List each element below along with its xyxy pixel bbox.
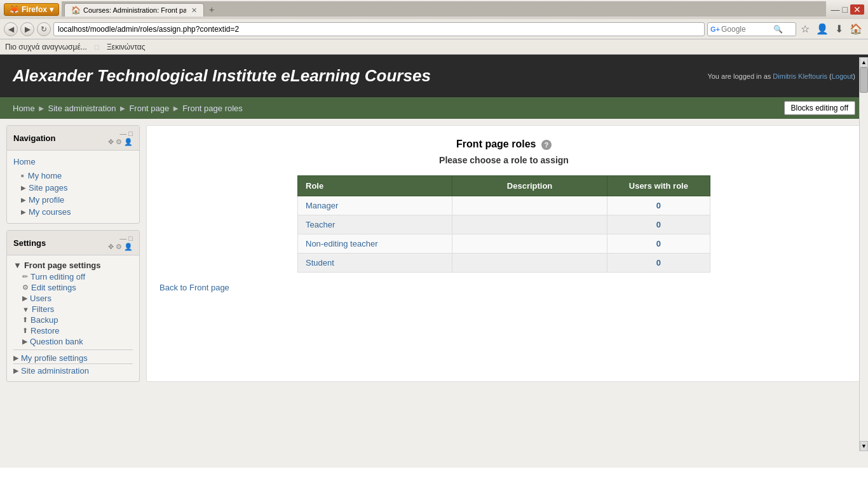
back-to-front-page-link[interactable]: Back to Front page [159,283,229,292]
bookmark-frequent[interactable]: Πιο συχνά αναγνωσμέ... [5,43,87,51]
navigation-block: Navigation — □ ✥ ⚙ 👤 [6,125,140,224]
users-count: 0 [607,234,710,254]
new-tab-button[interactable]: + [204,3,219,17]
reload-button[interactable]: ↻ [37,22,51,36]
settings-users-icon[interactable]: 👤 [124,243,133,251]
nav-myprofile[interactable]: ▶ My profile [13,194,133,206]
tab-close-button[interactable]: ✕ [191,6,197,15]
back-link: Back to Front page [159,283,848,292]
settings-question-bank[interactable]: ▶ Question bank [13,336,133,347]
backup-link[interactable]: Backup [31,315,58,325]
table-header-row: Role Description Users with role [298,176,710,196]
scrollbar-track[interactable] [860,67,868,441]
tab-bar: 🏠 Courses: Administration: Front page: F… [62,1,826,17]
nav-sitepages-link[interactable]: Site pages [29,183,67,193]
role-description [452,215,607,234]
role-description [452,254,607,273]
settings-site-admin[interactable]: ▶ Site administration [13,363,133,376]
role-description [452,234,607,254]
question-bank-arrow-icon: ▶ [22,337,27,346]
role-link[interactable]: Teacher [306,220,335,229]
navigation-gear-icon[interactable]: ⚙ [116,138,122,146]
settings-collapse-icon[interactable]: — [119,234,126,242]
blocks-editing-button[interactable]: Blocks editing off [784,101,856,115]
navigation-collapse-icon[interactable]: — [119,130,126,137]
breadcrumb-home[interactable]: Home [13,104,35,113]
nav-myprofile-link[interactable]: My profile [29,195,64,205]
navigation-move-icon[interactable]: ✥ [108,138,114,146]
firefox-menu-button[interactable]: 🦊 Firefox ▾ [4,3,59,16]
role-description [452,196,607,215]
users-link[interactable]: Users [30,294,51,303]
maximize-button[interactable]: □ [843,4,848,15]
nav-sitepages[interactable]: ▶ Site pages [13,182,133,194]
role-link[interactable]: Student [306,258,334,268]
site-admin-arrow-icon: ▶ [13,367,18,375]
settings-gear-icon[interactable]: ⚙ [116,243,122,251]
address-input[interactable] [53,22,705,36]
myprofile-settings-link[interactable]: My profile settings [21,353,88,363]
browser-titlebar: 🦊 Firefox ▾ 🏠 Courses: Administration: F… [0,0,868,19]
nav-mycourses-link[interactable]: My courses [29,207,71,217]
question-bank-link[interactable]: Question bank [30,337,83,346]
settings-turn-editing-off[interactable]: ✏ Turn editing off [13,271,133,282]
navigation-users-icon[interactable]: 👤 [124,138,133,146]
settings-block-header: Settings — □ ✥ ⚙ 👤 [7,231,139,255]
minimize-button[interactable]: — [831,4,840,15]
breadcrumb-site-admin[interactable]: Site administration [48,104,116,113]
page-subheading: Please choose a role to assign [159,155,848,165]
nav-home-link[interactable]: Home [13,157,36,166]
moodle-page: Alexander Technological Institute eLearn… [0,55,868,468]
nav-myhome-link[interactable]: My home [28,171,62,180]
bookmark-start[interactable]: Ξεκινώντας [107,43,145,51]
active-tab[interactable]: 🏠 Courses: Administration: Front page: F… [64,3,204,17]
navigation-expand-icon[interactable]: □ [128,130,133,137]
settings-backup[interactable]: ⬆ Backup [13,315,133,325]
settings-edit-settings[interactable]: ⚙ Edit settings [13,282,133,293]
download-icon[interactable]: ⬇ [833,23,845,35]
navigation-block-header: Navigation — □ ✥ ⚙ 👤 [7,126,139,151]
settings-move-icon[interactable]: ✥ [108,243,114,251]
settings-expand-tree-icon[interactable]: ▼ [13,261,22,270]
restore-icon: ⬆ [22,327,28,335]
nav-myhome-bullet: ■ [21,173,24,179]
breadcrumb-sep-2: ► [119,104,127,113]
breadcrumb-bar: Home ► Site administration ► Front page … [0,97,868,119]
column-description: Description [452,176,607,196]
bookmark-star-icon[interactable]: ☆ [799,23,811,35]
role-link[interactable]: Non-editing teacher [306,239,377,248]
back-button[interactable]: ◀ [4,22,18,36]
address-bar: ◀ ▶ ↻ G+ 🔍 ☆ 👤 ⬇ 🏠 [0,19,868,39]
home-icon[interactable]: 🏠 [848,23,864,35]
settings-filters[interactable]: ▼ Filters [13,304,133,315]
nav-mycourses[interactable]: ▶ My courses [13,206,133,218]
scrollbar-thumb[interactable] [860,67,868,93]
logout-link[interactable]: Logout [832,72,853,80]
scrollbar: ▲ ▼ [859,57,868,451]
settings-users[interactable]: ▶ Users [13,293,133,304]
edit-settings-link[interactable]: Edit settings [31,283,76,292]
browser-chrome: 🦊 Firefox ▾ 🏠 Courses: Administration: F… [0,0,868,55]
logged-in-user-link[interactable]: Dimitris Kleftouris [773,72,827,80]
turn-editing-off-link[interactable]: Turn editing off [31,272,85,281]
settings-restore[interactable]: ⬆ Restore [13,325,133,336]
breadcrumb-front-page[interactable]: Front page [129,104,169,113]
search-icon[interactable]: 🔍 [773,25,783,34]
close-window-button[interactable]: ✕ [850,4,864,15]
settings-myprofile-settings[interactable]: ▶ My profile settings [13,353,133,363]
nav-myhome[interactable]: ■ My home [13,170,133,182]
filters-link[interactable]: Filters [32,304,54,314]
scrollbar-up-arrow[interactable]: ▲ [860,57,868,67]
settings-expand-icon[interactable]: □ [128,234,133,242]
help-icon[interactable]: ? [541,140,552,150]
site-admin-link[interactable]: Site administration [21,366,89,376]
restore-link[interactable]: Restore [31,326,60,336]
navigation-block-icons-bottom: ✥ ⚙ 👤 [108,138,133,146]
scrollbar-down-arrow[interactable]: ▼ [860,441,868,451]
nav-home[interactable]: Home [13,156,133,168]
pencil-icon: ✏ [22,273,28,281]
profile-icon[interactable]: 👤 [814,23,831,35]
forward-button[interactable]: ▶ [20,22,34,36]
search-input[interactable] [721,25,772,34]
role-link[interactable]: Manager [306,201,338,210]
